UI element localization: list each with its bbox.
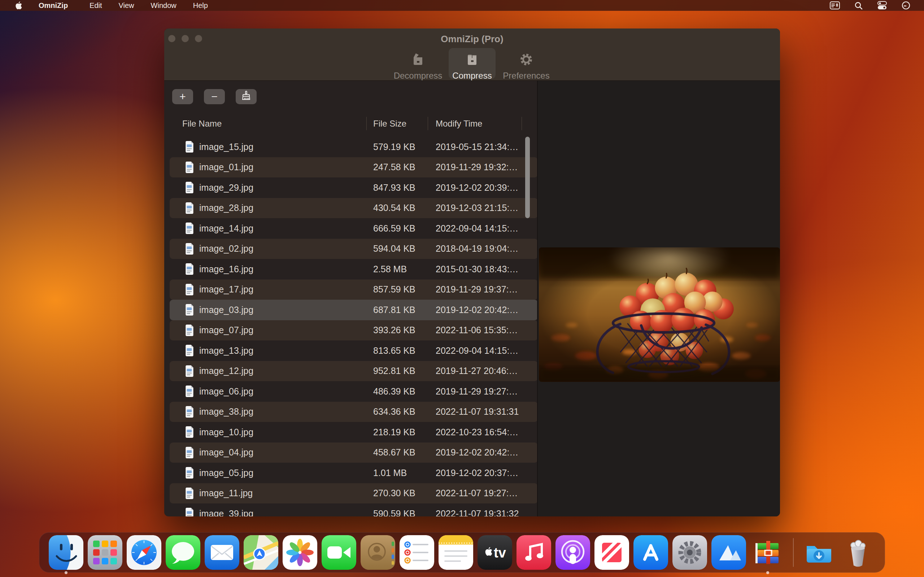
table-row[interactable]: image_02.jpg594.04 KB2018-04-19 19:04:… [170, 239, 538, 259]
tv-label: tv [494, 545, 506, 561]
dock: tv [39, 532, 885, 573]
table-row[interactable]: image_04.jpg458.67 KB2019-12-02 20:42:… [170, 443, 538, 463]
modify-time: 2022-11-06 15:35:… [428, 320, 538, 341]
file-size: 594.04 KB [366, 239, 428, 259]
table-row[interactable]: image_05.jpg1.01 MB2019-12-02 20:37:… [170, 463, 538, 483]
table-row[interactable]: image_06.jpg486.39 KB2019-11-29 19:27:… [170, 381, 538, 402]
file-document-icon [185, 426, 194, 438]
modify-time: 2022-11-07 19:31:31 [428, 402, 538, 422]
menu-item-view[interactable]: View [119, 2, 134, 10]
vertical-scrollbar[interactable] [525, 137, 530, 218]
dock-finder-icon[interactable] [49, 535, 83, 570]
table-row[interactable]: image_11.jpg270.30 KB2022-11-07 19:27:… [170, 483, 538, 504]
table-row[interactable]: image_07.jpg393.26 KB2022-11-06 15:35:… [170, 320, 538, 341]
dock-contacts-icon[interactable] [360, 535, 395, 570]
dock-messages-icon[interactable] [166, 535, 200, 570]
file-name: image_16.jpg [199, 264, 254, 274]
table-row[interactable]: image_13.jpg813.65 KB2022-09-04 14:15:… [170, 340, 538, 361]
dock-music-icon[interactable] [517, 535, 551, 570]
file-document-icon [185, 447, 194, 458]
add-files-button[interactable]: + [172, 89, 193, 104]
modify-time: 2019-12-02 20:42:… [428, 300, 538, 320]
dock-maps-icon[interactable] [244, 535, 278, 570]
file-size: 687.81 KB [366, 300, 428, 320]
file-name: image_01.jpg [199, 162, 254, 172]
file-size: 270.30 KB [366, 483, 428, 504]
dock-photos-icon[interactable] [283, 535, 317, 570]
file-size: 579.19 KB [366, 137, 428, 157]
dock-archive-app-icon[interactable] [711, 535, 746, 570]
file-size: 590.59 KB [366, 503, 428, 516]
file-document-icon [185, 222, 194, 234]
clear-list-button[interactable] [236, 89, 257, 104]
modify-time: 2022-11-07 19:27:… [428, 483, 538, 504]
file-document-icon [185, 284, 194, 295]
apple-menu-icon[interactable] [15, 2, 22, 10]
dock-notes-icon[interactable] [439, 535, 473, 570]
clock-icon[interactable] [901, 1, 910, 10]
file-name: image_13.jpg [199, 345, 254, 356]
dock-reminders-icon[interactable] [399, 535, 434, 570]
dock-news-icon[interactable] [594, 535, 629, 570]
menu-item-help[interactable]: Help [193, 2, 208, 10]
column-divider [428, 117, 428, 130]
file-name: image_12.jpg [199, 366, 254, 376]
dock-trash-icon[interactable] [841, 535, 875, 570]
table-row[interactable]: image_16.jpg2.58 MB2015-01-30 18:43:… [170, 259, 538, 279]
running-indicator [65, 571, 68, 574]
menu-item-window[interactable]: Window [151, 2, 176, 10]
file-size: 952.81 KB [366, 361, 428, 382]
dock-safari-icon[interactable] [127, 535, 162, 570]
dock-app-store-icon[interactable] [633, 535, 668, 570]
file-name: image_39.jpg [199, 508, 254, 516]
file-document-icon [185, 161, 194, 173]
modify-time: 2022-10-23 16:54:… [428, 422, 538, 443]
dock-system-settings-icon[interactable] [672, 535, 707, 570]
dock-podcasts-icon[interactable] [556, 535, 590, 570]
file-name: image_07.jpg [199, 325, 254, 335]
table-row[interactable]: image_01.jpg247.58 KB2019-11-29 19:32:… [170, 157, 538, 178]
menu-app-name[interactable]: OmniZip [39, 2, 68, 10]
table-row[interactable]: image_10.jpg218.19 KB2022-10-23 16:54:… [170, 422, 538, 443]
file-name: image_03.jpg [199, 305, 254, 315]
dock-downloads-folder-icon[interactable] [802, 535, 836, 570]
table-row[interactable]: image_03.jpg687.81 KB2019-12-02 20:42:… [170, 300, 538, 320]
tab-label: Compress [452, 71, 492, 81]
column-header-file-name[interactable]: File Name [182, 115, 221, 132]
tab-compress[interactable]: Compress [445, 29, 499, 81]
remove-files-button[interactable]: − [204, 89, 225, 104]
tab-preferences[interactable]: Preferences [499, 29, 553, 81]
file-name: image_05.jpg [199, 468, 254, 478]
search-icon[interactable] [855, 2, 863, 10]
file-name: image_02.jpg [199, 243, 254, 254]
dock-mail-icon[interactable] [205, 535, 239, 570]
table-row[interactable]: image_28.jpg430.54 KB2019-12-03 21:15:… [170, 198, 538, 219]
desktop: OmniZip Edit View Window Help [0, 0, 924, 577]
table-header: File Name File Size Modify Time [170, 115, 538, 132]
modify-time: 2019-12-02 20:37:… [428, 463, 538, 483]
table-row[interactable]: image_29.jpg847.93 KB2019-12-02 20:39:… [170, 177, 538, 198]
menu-item-edit[interactable]: Edit [89, 2, 102, 10]
file-table-body: image_15.jpg579.19 KB2019-05-15 21:34:…i… [170, 137, 538, 516]
column-divider [522, 117, 522, 130]
table-row[interactable]: image_39.jpg590.59 KB2022-11-07 19:31:32 [170, 503, 538, 516]
dock-facetime-icon[interactable] [321, 535, 356, 570]
file-document-icon [185, 406, 194, 417]
dock-launchpad-icon[interactable] [88, 535, 122, 570]
file-document-icon [185, 467, 194, 479]
table-row[interactable]: image_14.jpg666.59 KB2022-09-04 14:15:… [170, 218, 538, 239]
tab-decompress[interactable]: Decompress [391, 29, 445, 81]
dock-omnizip-icon[interactable] [750, 535, 785, 570]
keyboard-switcher-icon[interactable] [830, 2, 840, 10]
table-row[interactable]: image_15.jpg579.19 KB2019-05-15 21:34:… [170, 137, 538, 157]
modify-time: 2022-09-04 14:15:… [428, 218, 538, 239]
column-header-file-size[interactable]: File Size [373, 115, 406, 132]
table-row[interactable]: image_12.jpg952.81 KB2019-11-27 20:46:… [170, 361, 538, 382]
column-header-modify-time[interactable]: Modify Time [436, 115, 482, 132]
control-center-icon[interactable] [877, 1, 887, 10]
modify-time: 2018-04-19 19:04:… [428, 239, 538, 259]
table-row[interactable]: image_38.jpg634.36 KB2022-11-07 19:31:31 [170, 402, 538, 422]
dock-tv-icon[interactable]: tv [478, 535, 512, 570]
modify-time: 2019-11-29 19:37:… [428, 279, 538, 300]
table-row[interactable]: image_17.jpg857.59 KB2019-11-29 19:37:… [170, 279, 538, 300]
